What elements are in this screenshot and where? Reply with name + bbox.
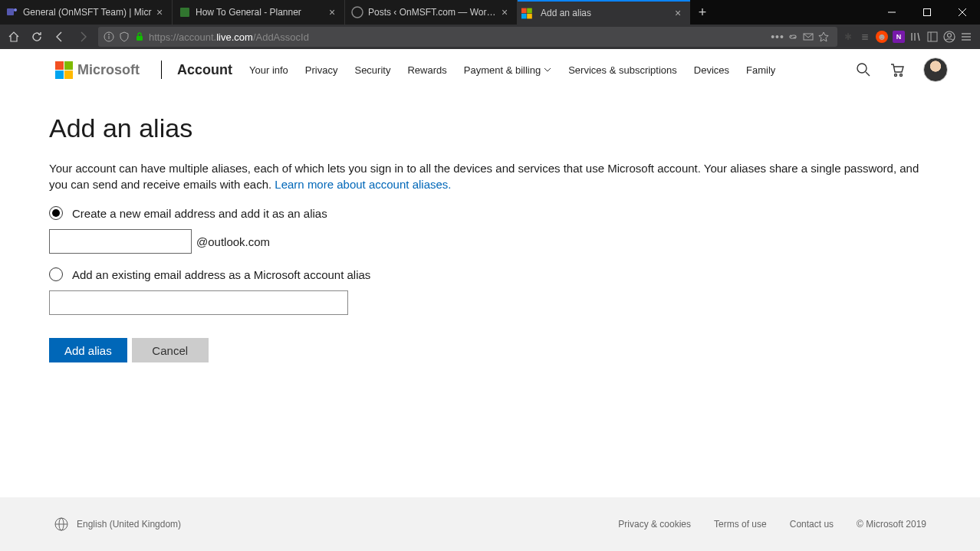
svg-point-19 [948, 34, 952, 38]
header-actions [856, 57, 948, 82]
chevron-down-icon [544, 66, 551, 74]
ms-nav: Account Your info Privacy Security Rewar… [177, 62, 775, 78]
nav-devices[interactable]: Devices [694, 64, 729, 76]
svg-line-24 [866, 72, 870, 76]
nav-rewards[interactable]: Rewards [407, 64, 446, 76]
footer-contact[interactable]: Contact us [790, 519, 834, 530]
radio-button[interactable] [49, 267, 63, 281]
bookmark-icon[interactable] [817, 31, 830, 43]
page-description: Your account can have multiple aliases, … [49, 160, 934, 192]
ext-icon[interactable]: ≣ [859, 31, 871, 43]
close-icon[interactable]: × [153, 6, 166, 18]
svg-rect-2 [180, 8, 189, 17]
footer-language[interactable]: English (United Kingdom) [54, 517, 181, 532]
learn-more-link[interactable]: Learn more about account aliases. [275, 178, 451, 191]
new-email-row: @outlook.com [49, 229, 934, 254]
ms-header: Microsoft Account Your info Privacy Secu… [0, 49, 980, 90]
svg-rect-5 [924, 9, 931, 16]
svg-line-15 [918, 33, 919, 41]
extension-icons: ✱ ≣ ☻ N [842, 31, 977, 43]
nav-yourinfo[interactable]: Your info [249, 64, 288, 76]
footer-privacy[interactable]: Privacy & cookies [618, 519, 691, 530]
close-icon[interactable]: × [672, 7, 684, 19]
nav-payment[interactable]: Payment & billing [464, 64, 551, 76]
nav-family[interactable]: Family [746, 64, 775, 76]
tab-add-alias[interactable]: Add an alias × [518, 0, 690, 25]
reload-button[interactable] [26, 26, 48, 48]
mail-icon[interactable] [802, 31, 814, 43]
browser-toolbar: https://account.live.com/AddAssocId ••• … [0, 25, 980, 49]
svg-point-25 [895, 74, 897, 77]
ms-logo-icon [55, 61, 73, 79]
svg-point-10 [109, 34, 110, 35]
ext-icon[interactable]: ✱ [842, 31, 854, 43]
radio-existing[interactable]: Add an existing email address as a Micro… [49, 267, 934, 281]
home-button[interactable] [3, 26, 25, 48]
new-tab-button[interactable]: + [690, 0, 715, 25]
nav-privacy[interactable]: Privacy [305, 64, 338, 76]
cart-icon[interactable] [890, 62, 905, 77]
nav-security[interactable]: Security [354, 64, 390, 76]
ext-onenote-icon[interactable]: N [893, 31, 905, 43]
ext-reddit-icon[interactable]: ☻ [876, 31, 888, 43]
svg-point-23 [857, 64, 867, 73]
tab-title: Add an alias [541, 8, 672, 18]
tab-title: How To General - Planner [196, 7, 326, 18]
ms-wordmark: Microsoft [77, 62, 140, 78]
close-icon[interactable]: × [326, 6, 338, 18]
tab-planner[interactable]: How To General - Planner × [173, 0, 345, 25]
microsoft-logo[interactable]: Microsoft [55, 61, 140, 79]
button-row: Add alias Cancel [49, 338, 934, 362]
email-suffix: @outlook.com [196, 235, 270, 248]
nav-account[interactable]: Account [177, 62, 232, 78]
language-label: English (United Kingdom) [77, 519, 181, 530]
back-button[interactable] [49, 26, 71, 48]
footer: English (United Kingdom) Privacy & cooki… [0, 497, 980, 551]
more-icon[interactable]: ••• [771, 31, 784, 43]
svg-point-1 [14, 8, 17, 11]
avatar[interactable] [923, 57, 948, 82]
lock-icon[interactable] [133, 31, 146, 43]
svg-point-26 [900, 74, 903, 77]
info-icon[interactable] [103, 31, 115, 43]
new-email-input[interactable] [49, 229, 192, 254]
shield-icon[interactable] [118, 31, 130, 43]
forward-button[interactable] [72, 26, 94, 48]
footer-copyright: © Microsoft 2019 [857, 519, 926, 530]
close-window-button[interactable] [945, 0, 980, 25]
footer-terms[interactable]: Terms of use [714, 519, 767, 530]
page: Microsoft Account Your info Privacy Secu… [0, 49, 980, 551]
menu-icon[interactable] [960, 31, 972, 43]
account-icon[interactable] [943, 31, 955, 43]
radio-label[interactable]: Create a new email address and add it as… [72, 207, 327, 220]
svg-rect-16 [928, 32, 937, 41]
tab-title: Posts ‹ OnMSFT.com — WordPress [368, 7, 498, 18]
nav-services[interactable]: Services & subscriptions [568, 64, 677, 76]
sidebar-icon[interactable] [926, 31, 939, 43]
add-alias-button[interactable]: Add alias [49, 338, 127, 362]
microsoft-icon [524, 7, 536, 19]
tab-wordpress[interactable]: Posts ‹ OnMSFT.com — WordPress × [345, 0, 518, 25]
desc-text: Your account can have multiple aliases, … [49, 162, 919, 191]
close-icon[interactable]: × [498, 6, 511, 18]
nav-payment-label: Payment & billing [464, 64, 541, 76]
minimize-button[interactable] [874, 0, 909, 25]
svg-rect-0 [7, 8, 14, 15]
library-icon[interactable] [909, 31, 922, 43]
main-content: Add an alias Your account can have multi… [0, 90, 980, 497]
radio-create-new[interactable]: Create a new email address and add it as… [49, 206, 934, 220]
search-icon[interactable] [856, 62, 871, 77]
link-icon[interactable] [787, 31, 799, 43]
maximize-button[interactable] [909, 0, 945, 25]
globe-icon [54, 517, 69, 532]
url-bar[interactable]: https://account.live.com/AddAssocId ••• [98, 27, 837, 47]
cancel-button[interactable]: Cancel [132, 338, 209, 362]
window-controls [874, 0, 980, 25]
tab-teams[interactable]: General (OnMSFT Team) | Micr × [0, 0, 173, 25]
existing-email-row [49, 290, 934, 315]
tab-title: General (OnMSFT Team) | Micr [23, 7, 153, 18]
radio-label[interactable]: Add an existing email address as a Micro… [72, 268, 370, 281]
existing-email-input[interactable] [49, 290, 348, 315]
radio-button[interactable] [49, 206, 63, 220]
divider [161, 61, 162, 79]
